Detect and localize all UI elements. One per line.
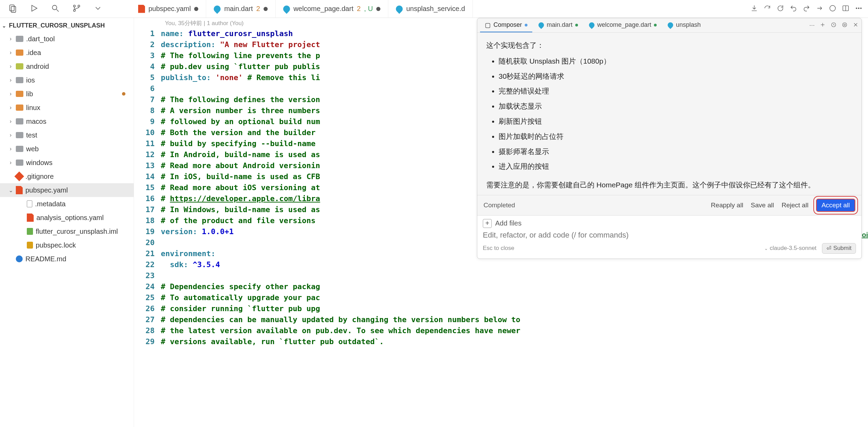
tree-row[interactable]: ›web — [0, 142, 134, 156]
code-line[interactable]: # versions available, run `flutter pub o… — [161, 336, 868, 347]
tree-row[interactable]: ·.gitignore — [0, 169, 134, 183]
composer-tab[interactable]: ▢Composer — [480, 18, 532, 32]
refresh-icon[interactable] — [764, 4, 771, 13]
tree-row[interactable]: ·pubspec.lock — [0, 238, 134, 252]
plus-icon[interactable] — [820, 22, 826, 29]
plain-file-icon — [27, 200, 32, 207]
tree-row[interactable]: ⌄pubspec.yaml — [0, 183, 134, 197]
circle-user-icon[interactable] — [829, 4, 836, 13]
editor-tab[interactable]: welcome_page.dart2, U — [276, 0, 388, 18]
chat-bullet-list: 随机获取 Unsplash 图片（1080p）30秒延迟的网络请求完整的错误处理… — [486, 55, 853, 173]
split-editor-icon[interactable] — [842, 4, 849, 13]
chevron-right-icon: › — [8, 146, 13, 152]
svg-point-6 — [74, 9, 75, 11]
save-all-button[interactable]: Save all — [751, 201, 774, 209]
history-icon[interactable] — [831, 22, 837, 29]
dirty-dot-icon — [264, 7, 268, 11]
code-line[interactable]: sdk: ^3.5.4 — [161, 259, 868, 270]
tree-row[interactable]: ›.idea — [0, 46, 134, 59]
folder-icon — [16, 63, 23, 69]
code-line[interactable] — [161, 270, 868, 281]
svg-point-13 — [860, 8, 861, 9]
run-icon[interactable] — [30, 4, 38, 14]
chevron-right-icon: › — [8, 91, 13, 97]
composer-tab[interactable]: unsplash — [663, 18, 705, 32]
chevron-right-icon: › — [8, 160, 13, 166]
chevron-down-icon: ⌄ — [8, 187, 13, 194]
tab-label: main.dart — [224, 5, 253, 13]
iml-file-icon — [27, 228, 33, 235]
dirty-dot-icon — [194, 7, 198, 11]
status-dot-icon — [654, 24, 657, 26]
model-selector[interactable]: ⌄ claude-3.5-sonnet — [764, 245, 816, 252]
close-icon[interactable] — [853, 22, 859, 29]
top-tab-bar: pubspec.yamlmain.dart2welcome_page.dart2… — [0, 0, 868, 18]
chat-note: 需要注意的是，你需要创建自己的 HomePage 组件作为主页面。这个例子中假设… — [486, 178, 853, 191]
tree-row[interactable]: ›ios — [0, 73, 134, 87]
svg-rect-0 — [10, 5, 14, 11]
forward-icon[interactable] — [816, 4, 823, 13]
more-icon[interactable] — [855, 4, 863, 13]
code-line[interactable]: # dependencies can be manually updated b… — [161, 314, 868, 325]
svg-marker-2 — [32, 5, 37, 11]
editor-tab[interactable]: main.dart2 — [206, 0, 276, 18]
tree-row[interactable]: ›macos — [0, 114, 134, 128]
chat-bullet: 完整的错误处理 — [499, 85, 853, 98]
line-number: 20 — [134, 237, 155, 248]
download-icon[interactable] — [750, 4, 758, 13]
explorer-header[interactable]: ⌄ FLUTTER_CUROSR_UNSPLASH — [0, 19, 134, 32]
tree-row[interactable]: ›test — [0, 128, 134, 142]
submit-button[interactable]: ⏎ Submit — [822, 243, 856, 254]
file-explorer: ⌄ FLUTTER_CUROSR_UNSPLASH ›.dart_tool›.i… — [0, 18, 134, 427]
undo-icon[interactable] — [790, 4, 797, 13]
editor-tab[interactable]: pubspec.yaml — [131, 0, 206, 18]
tree-label: android — [26, 63, 49, 70]
tree-row[interactable]: ·.metadata — [0, 197, 134, 211]
chat-input[interactable] — [483, 231, 856, 240]
composer-tab-label: welcome_page.dart — [597, 21, 651, 29]
code-line[interactable]: # consider running `flutter pub upg — [161, 303, 868, 314]
tree-row[interactable]: ·analysis_options.yaml — [0, 211, 134, 225]
info-file-icon — [16, 255, 23, 262]
code-line[interactable]: # Dependencies specify other packag — [161, 281, 868, 292]
add-files-button[interactable]: + Add files — [483, 219, 856, 228]
tree-row[interactable]: ›windows — [0, 156, 134, 169]
svg-rect-1 — [11, 6, 16, 12]
line-number: 7 — [134, 94, 155, 105]
branch-icon[interactable] — [72, 4, 81, 14]
reject-all-button[interactable]: Reject all — [781, 201, 808, 209]
settings-gear-icon[interactable] — [842, 22, 848, 29]
tree-row[interactable]: ›.dart_tool — [0, 32, 134, 46]
line-number: 24 — [134, 281, 155, 292]
composer-tab[interactable]: main.dart — [534, 18, 583, 32]
composer-tab[interactable]: welcome_page.dart — [584, 18, 661, 32]
redo-icon[interactable] — [803, 4, 810, 13]
editor-area: You, 35分钟前 | 1 author (You) 123456789101… — [134, 18, 868, 427]
dart-file-icon — [212, 4, 222, 13]
line-number: 18 — [134, 215, 155, 226]
tab-label: unsplash_service.d — [406, 5, 465, 13]
editor-tab[interactable]: unsplash_service.d — [388, 0, 473, 18]
tree-row[interactable]: ›linux — [0, 101, 134, 114]
status-dot-icon — [575, 24, 578, 26]
line-number: 21 — [134, 248, 155, 259]
folder-icon — [16, 77, 23, 83]
tree-row[interactable]: ›android — [0, 59, 134, 73]
tree-row[interactable]: ·README.md — [0, 252, 134, 266]
tree-row[interactable]: ·flutter_curosr_unsplash.iml — [0, 225, 134, 238]
chevron-down-icon[interactable] — [93, 4, 102, 14]
chat-bullet: 进入应用的按钮 — [499, 160, 853, 173]
code-line[interactable]: # To automatically upgrade your pac — [161, 292, 868, 303]
tree-label: .metadata — [35, 200, 66, 208]
tree-row[interactable]: ›lib — [0, 87, 134, 101]
loop-icon[interactable] — [777, 4, 784, 13]
reapply-all-button[interactable]: Reapply all — [711, 201, 743, 209]
line-number: 14 — [134, 171, 155, 182]
code-line[interactable]: # the latest version available on pub.de… — [161, 325, 868, 336]
svg-point-3 — [52, 5, 57, 10]
tree-label: test — [26, 131, 37, 139]
search-icon[interactable] — [51, 4, 60, 14]
accept-all-button[interactable]: Accept all — [816, 199, 855, 212]
more-icon[interactable]: ⋯ — [809, 22, 815, 29]
files-icon[interactable] — [8, 4, 17, 14]
